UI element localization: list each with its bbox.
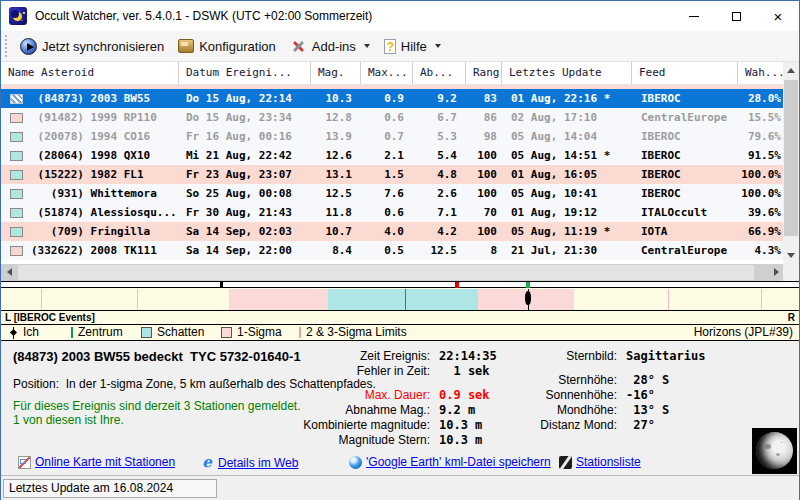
col-header-ab[interactable]: Ab...: [413, 62, 466, 84]
help-label: Hilfe: [401, 39, 427, 54]
app-icon: [9, 7, 27, 25]
chevron-down-icon: [364, 44, 370, 48]
cell-marker: [1, 165, 31, 184]
sigma-swatch-icon: [221, 327, 232, 338]
cell-ab: 7.1: [413, 203, 466, 222]
col-header-wahrscheinlichkeit[interactable]: Wah...: [738, 62, 785, 84]
scroll-left-icon[interactable]: [7, 268, 12, 276]
table-row[interactable]: (332622) 2008 TK111 Sa 14 Sep, 22:00 8.4…: [1, 241, 785, 260]
cell-letztes: 01 Aug, 16:05: [502, 165, 632, 184]
table-row[interactable]: (28064) 1998 QX10 Mi 21 Aug, 22:42 12.6 …: [1, 146, 785, 165]
vertical-scroll-thumb[interactable]: [784, 80, 798, 236]
field-label: Mondhöhe:: [463, 403, 626, 418]
google-earth-kml-link[interactable]: 'Google Earth' kml-Datei speichern: [349, 455, 551, 469]
scroll-right-icon[interactable]: [774, 268, 779, 276]
cell-mag: 12.5: [311, 184, 361, 203]
cell-datum: Fr 23 Aug, 23:07: [179, 165, 311, 184]
cell-asteroid: (84873) 2003 BW55: [31, 89, 179, 108]
cell-max: 0.6: [361, 203, 413, 222]
col-header-name-asteroid[interactable]: Name Asteroid: [1, 62, 179, 84]
col-header-datum[interactable]: Datum Ereigni...: [179, 62, 311, 84]
field-label: Fehler in Zeit:: [256, 364, 439, 379]
cell-marker: [1, 203, 31, 222]
cell-letztes: 05 Aug, 14:04: [502, 127, 632, 146]
legend-item-zentrum: Zentrum: [71, 325, 123, 340]
sky-conditions: Sternbild:Sagittarius Sternhöhe: 28° S S…: [463, 349, 743, 433]
cell-mag: 10.3: [311, 89, 361, 108]
red-tick: [455, 282, 459, 288]
your-station-text: 1 von diesen ist Ihre.: [13, 413, 124, 427]
sync-now-button[interactable]: Jetzt synchronisieren: [13, 33, 171, 59]
col-header-mag[interactable]: Mag.: [311, 62, 361, 84]
col-header-rang[interactable]: Rang: [466, 62, 502, 84]
close-icon: ×: [774, 9, 783, 24]
vertical-scrollbar[interactable]: [783, 62, 799, 264]
field-value: -16°: [626, 388, 655, 403]
cell-asteroid: (931) Whittemora: [31, 184, 179, 203]
cell-datum: Sa 14 Sep, 22:00: [179, 241, 311, 260]
timeline-legend: Ich Zentrum Schatten 1-Sigma 2 & 3-Sigma…: [1, 324, 799, 341]
cell-rang: 98: [466, 127, 502, 146]
cell-wah: 15.5%: [738, 108, 785, 127]
cell-wah: 4.3%: [738, 241, 785, 260]
maximize-icon: [732, 12, 741, 21]
my-station-pin-icon: [9, 327, 18, 339]
field-value: 10.3 m: [439, 433, 482, 448]
event-marker-icon: [10, 113, 23, 123]
timeline-left-label: L [IBEROC Events]: [5, 311, 95, 324]
cell-letztes: 01 Aug, 22:16 *: [502, 89, 632, 108]
scroll-up-icon[interactable]: [787, 68, 795, 73]
cell-datum: Mi 21 Aug, 22:42: [179, 146, 311, 165]
table-row[interactable]: (709) Fringilla Sa 14 Sep, 02:03 10.7 4.…: [1, 222, 785, 241]
field-value: 28° S: [626, 373, 669, 388]
toolbar: Jetzt synchronisieren Konfiguration Add-…: [1, 31, 799, 62]
online-map-link[interactable]: Online Karte mit Stationen: [18, 455, 175, 469]
configuration-button[interactable]: Konfiguration: [171, 33, 283, 59]
addins-menu-button[interactable]: Add-ins: [283, 33, 377, 59]
cell-feed: CentralEurope: [632, 108, 738, 127]
google-earth-icon: [349, 456, 362, 469]
help-menu-button[interactable]: Hilfe: [377, 33, 448, 59]
table-row[interactable]: (931) Whittemora So 25 Aug, 00:08 12.5 7…: [1, 184, 785, 203]
shadow-swatch-icon: [141, 327, 152, 338]
close-button[interactable]: ×: [757, 1, 799, 31]
web-details-link[interactable]: e Details im Web: [200, 455, 298, 470]
horizontal-scroll-thumb[interactable]: [18, 265, 754, 280]
cell-asteroid: (332622) 2008 TK111: [31, 241, 179, 260]
table-row[interactable]: (84873) 2003 BW55 Do 15 Aug, 22:14 10.3 …: [1, 89, 785, 108]
event-marker-icon: [10, 208, 23, 218]
table-row[interactable]: (15222) 1982 FL1 Fr 23 Aug, 23:07 13.1 1…: [1, 165, 785, 184]
minimize-icon: [689, 16, 699, 17]
horizontal-scrollbar[interactable]: [1, 264, 785, 281]
links-row: Online Karte mit Stationen e Details im …: [1, 453, 799, 475]
cell-mag: 10.7: [311, 222, 361, 241]
field-label: Abnahme Mag.:: [256, 403, 439, 418]
event-marker-icon: [10, 227, 23, 237]
table-row[interactable]: (91482) 1999 RP110 Do 15 Aug, 23:34 12.8…: [1, 108, 785, 127]
table-row[interactable]: (20078) 1994 CO16 Fr 16 Aug, 00:16 13.9 …: [1, 127, 785, 146]
legend-label: 2 & 3-Sigma Limits: [306, 325, 407, 340]
scroll-down-icon[interactable]: [787, 253, 795, 258]
col-header-max[interactable]: Max...: [361, 62, 413, 84]
cell-marker: [1, 184, 31, 203]
maximize-button[interactable]: [715, 1, 757, 31]
col-header-letztes-update[interactable]: Letztes Update: [502, 62, 632, 84]
event-marker-icon: [10, 170, 23, 180]
cell-asteroid: (28064) 1998 QX10: [31, 146, 179, 165]
sigma-limit-line: [41, 289, 42, 310]
field-value: 27°: [626, 418, 655, 433]
col-header-feed[interactable]: Feed: [632, 62, 738, 84]
cell-datum: Fr 30 Aug, 21:43: [179, 203, 311, 222]
event-marker-icon: [10, 132, 23, 142]
legend-item-1-sigma: 1-Sigma: [221, 325, 282, 340]
station-list-link[interactable]: Stationsliste: [559, 455, 641, 469]
table-row[interactable]: (51874) Alessiosqu... Fr 30 Aug, 21:43 1…: [1, 203, 785, 222]
cell-rang: 100: [466, 165, 502, 184]
cell-wah: 100.0%: [738, 184, 785, 203]
cell-mag: 13.9: [311, 127, 361, 146]
cell-max: 1.5: [361, 165, 413, 184]
field-value: Sagittarius: [626, 349, 705, 364]
cell-rang: 100: [466, 184, 502, 203]
minimize-button[interactable]: [673, 1, 715, 31]
cell-feed: IBEROC: [632, 89, 738, 108]
